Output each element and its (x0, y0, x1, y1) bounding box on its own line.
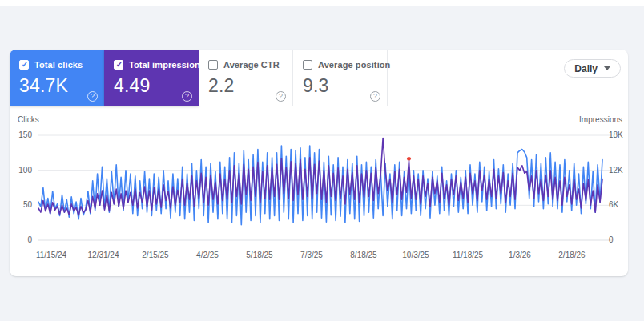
axis-tick-label: 11/15/24 (36, 251, 66, 259)
axis-tick-label: 1/3/26 (509, 251, 531, 259)
axis-tick-label: 2/15/25 (142, 251, 168, 259)
annotation-dot[interactable] (407, 157, 411, 161)
axis-tick-label: 150 (10, 130, 32, 140)
header-edge (0, 0, 644, 6)
axis-tick-label: 11/18/25 (453, 251, 483, 259)
axis-tick-label: 10/3/25 (402, 251, 429, 259)
performance-panel: ✓ Total clicks 34.7K ? ✓ Total impressio… (10, 50, 628, 276)
axis-tick-label: 50 (10, 200, 32, 210)
axis-tick-label: 100 (10, 166, 32, 175)
axis-tick-label: 0 (10, 235, 32, 245)
performance-line-chart[interactable] (10, 50, 628, 276)
axis-tick-label: 8/18/25 (350, 251, 376, 259)
axis-tick-label: 12K (609, 166, 628, 175)
axis-tick-label: 5/18/25 (246, 251, 272, 259)
axis-tick-label: 12/31/24 (88, 251, 119, 259)
search-console-performance-screen: ✓ Total clicks 34.7K ? ✓ Total impressio… (0, 0, 644, 321)
axis-tick-label: 7/3/25 (300, 251, 323, 259)
axis-tick-label: 18K (609, 130, 628, 140)
impressions-line[interactable] (38, 138, 602, 215)
axis-tick-label: 0 (609, 235, 628, 245)
axis-tick-label: 4/2/25 (196, 251, 219, 259)
axis-tick-label: 6K (609, 200, 628, 210)
axis-tick-label: 2/18/26 (558, 251, 585, 259)
